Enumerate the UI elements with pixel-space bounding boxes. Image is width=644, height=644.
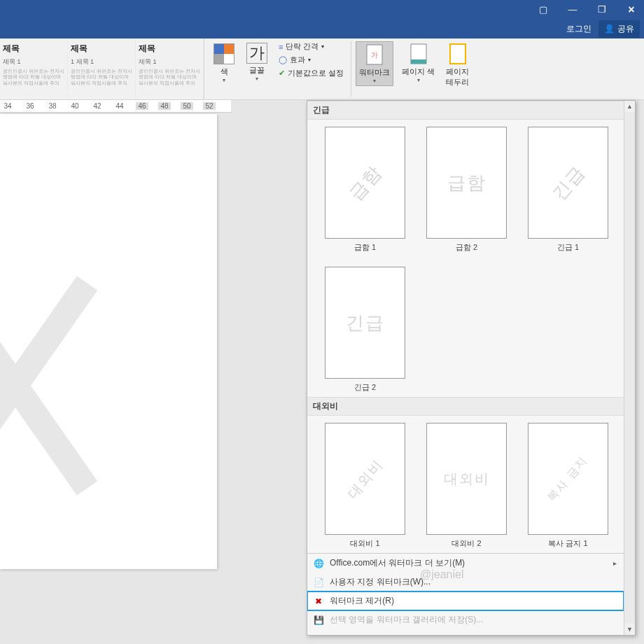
svg-rect-3: [411, 59, 426, 64]
gallery-scrollbar[interactable]: ▲ ▼: [624, 101, 635, 635]
watermark-text: 긴급: [346, 311, 385, 335]
watermark-preset[interactable]: 대외비 대외비 1: [321, 423, 409, 549]
restore-button[interactable]: ❐: [594, 4, 610, 15]
separator: [351, 41, 351, 97]
watermark-text: 복사 금지: [545, 453, 592, 505]
chevron-down-icon: ▾: [417, 77, 420, 83]
style-set-card[interactable]: 제목 1 제목 1 공인인증서 위변조는 전자서명법에 따라 처벌 대상이며 복…: [68, 38, 136, 99]
gallery-group-header: 대외비: [307, 397, 624, 416]
menu-label: Office.com에서 워터마크 더 보기(M): [330, 557, 465, 569]
watermark-preset[interactable]: 대외비 대외비 2: [423, 423, 510, 549]
page[interactable]: [0, 114, 217, 569]
preset-label: 긴급 1: [557, 242, 579, 253]
style-lorem: 공인인증서 위변조는 전자서명법에 따라 처벌 대상이며 복사본의 직접사용에 …: [3, 69, 64, 88]
preset-label: 복사 금지 1: [548, 538, 587, 549]
ruler-tick: 36: [24, 102, 36, 110]
scroll-up-arrow-icon[interactable]: ▲: [624, 101, 635, 112]
custom-watermark-menu-item[interactable]: 📄 사용자 지정 워터마크(W)...: [307, 573, 624, 592]
effects-icon: ◯: [279, 55, 287, 64]
share-button[interactable]: 👤 공유: [598, 20, 640, 38]
ruler-tick: 46: [136, 102, 148, 110]
style-set-gallery[interactable]: 제목 제목 1 공인인증서 위변조는 전자서명법에 따라 처벌 대상이며 복사본…: [0, 38, 204, 99]
style-set-card[interactable]: 제목 제목 1 공인인증서 위변조는 전자서명법에 따라 처벌 대상이며 복사본…: [136, 38, 204, 99]
paragraph-spacing-label: 단락 간격: [286, 41, 318, 52]
minimize-button[interactable]: —: [564, 4, 581, 15]
page-borders-label: 페이지 테두리: [446, 66, 469, 88]
page-watermark-shape: [0, 219, 196, 499]
horizontal-ruler[interactable]: 34 36 38 40 42 44 46 48 50 52: [0, 100, 231, 113]
preset-label: 대외비 2: [451, 538, 481, 549]
watermark-preset[interactable]: 긴급 긴급 1: [524, 127, 612, 253]
set-default-label: 기본값으로 설정: [288, 68, 344, 78]
scroll-down-arrow-icon[interactable]: ▼: [624, 624, 635, 635]
gallery-menu: 🌐 Office.com에서 워터마크 더 보기(M) ▸ 📄 사용자 지정 워…: [307, 553, 624, 629]
watermark-gallery-dropdown: 긴급 급함 급함 1 급함 급함 2 긴급 긴급 1 긴급 긴급 2 대외비 대…: [307, 100, 636, 636]
chevron-down-icon: ▾: [321, 43, 324, 50]
ruler-tick: 34: [1, 102, 14, 110]
remove-icon: ✖: [313, 596, 324, 607]
chevron-right-icon: ▸: [613, 559, 617, 567]
watermark-text: 급함: [343, 160, 387, 205]
ruler-tick: 42: [91, 102, 104, 110]
share-label: 공유: [617, 23, 634, 35]
watermark-label: 워터마크: [359, 67, 390, 78]
ruler-tick: 38: [46, 102, 59, 110]
page-color-icon: [407, 43, 430, 65]
fonts-label: 글꼴: [249, 65, 265, 76]
gallery-group-header: 긴급: [307, 101, 624, 120]
effects-label: 효과: [290, 55, 305, 65]
style-title: 제목: [139, 43, 200, 55]
remove-watermark-menu-item[interactable]: ✖ 워터마크 제거(R): [307, 592, 624, 610]
style-title: 제목: [3, 43, 64, 55]
style-lorem: 공인인증서 위변조는 전자서명법에 따라 처벌 대상이며 복사본의 직접사용에 …: [139, 69, 200, 88]
watermark-preset[interactable]: 급함 급함 1: [321, 127, 409, 253]
menu-label: 워터마크 제거(R): [330, 595, 394, 607]
font-icon: 가: [246, 43, 267, 64]
chevron-down-icon: ▾: [223, 77, 225, 83]
ruler-tick: 50: [181, 102, 193, 110]
document-canvas[interactable]: [0, 114, 231, 644]
preset-label: 대외비 1: [350, 538, 379, 549]
watermark-text: 대외비: [444, 470, 490, 489]
paragraph-spacing-button[interactable]: ≡ 단락 간격 ▾: [279, 41, 344, 52]
svg-rect-4: [450, 44, 465, 64]
fonts-button[interactable]: 가 글꼴 ▾: [244, 41, 270, 83]
effects-button[interactable]: ◯ 효과 ▾: [279, 55, 344, 65]
set-default-button[interactable]: ✔ 기본값으로 설정: [279, 68, 344, 78]
login-link[interactable]: 로그인: [566, 23, 592, 35]
menu-label: 선택 영역을 워터마크 갤러리에 저장(S)...: [330, 614, 483, 626]
window-titlebar: ▢ — ❐ × 로그인 👤 공유: [0, 0, 644, 38]
page-borders-button[interactable]: 페이지 테두리: [443, 41, 472, 89]
chevron-down-icon: ▾: [255, 76, 258, 82]
globe-icon: 🌐: [313, 558, 324, 569]
watermark-text: 긴급: [546, 160, 590, 205]
style-subtitle: 제목 1: [3, 57, 64, 66]
save-to-gallery-menu-item: 💾 선택 영역을 워터마크 갤러리에 저장(S)...: [307, 610, 624, 629]
chevron-down-icon: ▾: [308, 57, 311, 63]
watermark-text: 급함: [447, 171, 486, 195]
watermark-preset[interactable]: 긴급 긴급 2: [321, 267, 409, 393]
close-button[interactable]: ×: [623, 4, 640, 16]
more-watermarks-office-menu-item[interactable]: 🌐 Office.com에서 워터마크 더 보기(M) ▸: [307, 554, 624, 573]
colors-label: 색: [220, 66, 228, 77]
watermark-preset[interactable]: 급함 급함 2: [423, 127, 510, 253]
colors-button[interactable]: 색 ▾: [210, 41, 238, 85]
ruler-tick: 44: [113, 102, 126, 110]
preset-label: 급함 1: [354, 242, 376, 253]
ribbon-display-options-icon[interactable]: ▢: [535, 4, 552, 15]
preset-label: 급함 2: [456, 242, 477, 253]
style-title: 제목: [71, 43, 132, 55]
ruler-tick: 40: [69, 102, 81, 110]
ruler-tick: 52: [203, 102, 216, 110]
ribbon: 제목 제목 1 공인인증서 위변조는 전자서명법에 따라 처벌 대상이며 복사본…: [0, 38, 644, 100]
paragraph-spacing-icon: ≡: [279, 43, 283, 51]
check-icon: ✔: [279, 69, 285, 78]
chevron-down-icon: ▾: [373, 78, 376, 84]
formatting-options: ≡ 단락 간격 ▾ ◯ 효과 ▾ ✔ 기본값으로 설정: [273, 38, 349, 99]
preset-label: 긴급 2: [354, 382, 376, 393]
page-color-button[interactable]: 페이지 색 ▾: [399, 41, 438, 85]
style-set-card[interactable]: 제목 제목 1 공인인증서 위변조는 전자서명법에 따라 처벌 대상이며 복사본…: [0, 38, 68, 99]
style-subtitle: 1 제목 1: [71, 57, 132, 66]
watermark-preset[interactable]: 복사 금지 복사 금지 1: [524, 423, 612, 549]
watermark-button[interactable]: 가 워터마크 ▾: [356, 41, 393, 86]
